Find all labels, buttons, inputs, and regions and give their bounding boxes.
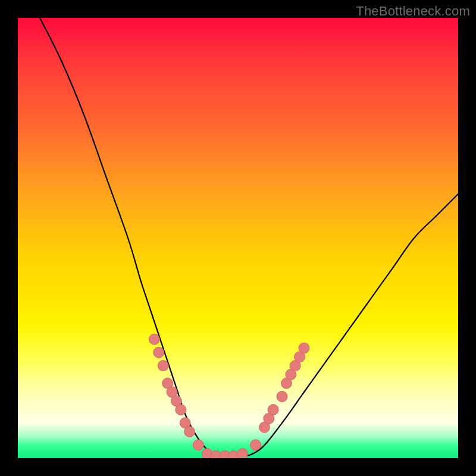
curve-marker xyxy=(154,347,164,358)
curve-marker xyxy=(277,391,287,402)
curve-marker xyxy=(149,334,159,345)
chart-stage: TheBottleneck.com xyxy=(0,0,476,476)
watermark-text: TheBottleneck.com xyxy=(356,4,470,19)
curve-marker xyxy=(268,405,278,415)
marker-layer xyxy=(149,334,309,458)
curve-marker xyxy=(237,449,248,458)
plot-area xyxy=(18,18,458,458)
curve-marker xyxy=(299,343,309,353)
curve-marker xyxy=(158,361,168,371)
curve-marker xyxy=(184,427,195,437)
chart-svg xyxy=(18,18,458,458)
curve-marker xyxy=(250,440,261,450)
bottleneck-curve xyxy=(40,18,458,458)
curve-marker xyxy=(176,405,186,415)
curve-marker xyxy=(193,440,203,450)
